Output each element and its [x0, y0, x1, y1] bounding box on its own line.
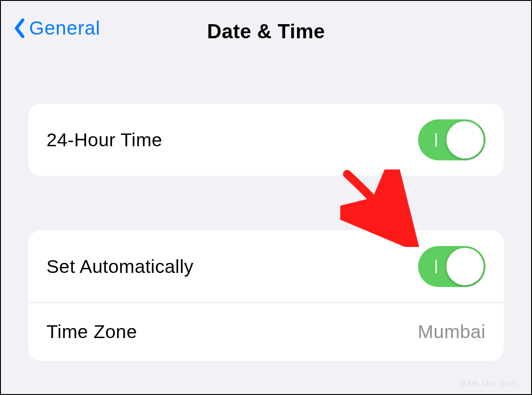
switch-knob	[446, 248, 484, 285]
switch-24-hour-time[interactable]	[418, 119, 486, 160]
row-label: 24-Hour Time	[46, 129, 162, 151]
switch-knob	[446, 121, 484, 159]
switch-on-indicator	[435, 260, 437, 273]
row-time-zone[interactable]: Time Zone Mumbai	[28, 303, 504, 361]
chevron-left-icon	[14, 18, 25, 38]
row-set-automatically: Set Automatically	[28, 231, 504, 303]
navbar: General Date & Time	[1, 1, 531, 45]
settings-group-time-format: 24-Hour Time	[28, 104, 504, 176]
switch-set-automatically[interactable]	[418, 246, 486, 287]
switch-on-indicator	[435, 133, 437, 147]
settings-group-auto-timezone: Set Automatically Time Zone Mumbai	[28, 231, 504, 361]
back-label: General	[29, 17, 100, 39]
back-button[interactable]: General	[14, 17, 100, 39]
row-24-hour-time: 24-Hour Time	[28, 104, 504, 176]
content: 24-Hour Time Set Automatically Time Zone…	[1, 45, 531, 361]
watermark: Gấm táo .com	[460, 379, 517, 388]
time-zone-value: Mumbai	[418, 321, 486, 343]
row-label: Set Automatically	[46, 256, 194, 277]
row-label: Time Zone	[46, 321, 137, 343]
